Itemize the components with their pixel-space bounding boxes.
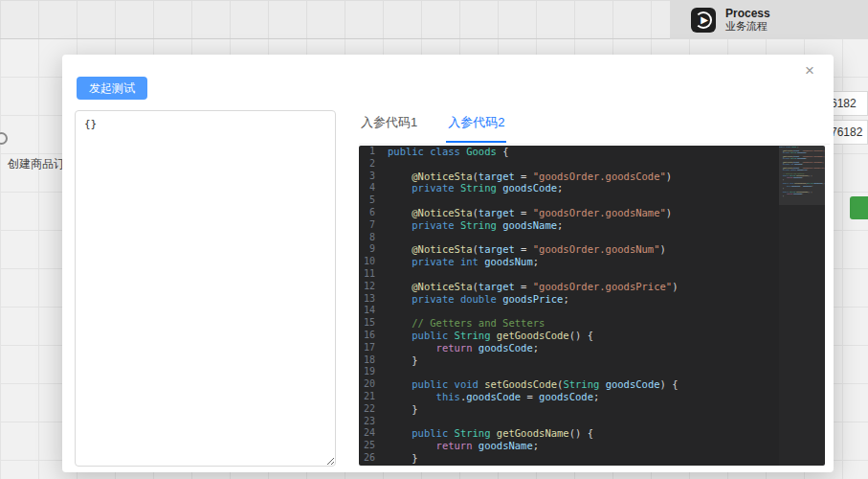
tab-input-code-1[interactable]: 入参代码1 — [359, 110, 419, 141]
close-icon[interactable]: × — [799, 60, 820, 81]
code-tabs: 入参代码1 入参代码2 — [359, 110, 830, 145]
process-header: ▶ Process 业务流程 — [670, 0, 868, 39]
code-editor[interactable]: 1public class Goods {23 @NoticeSta(targe… — [359, 146, 825, 466]
params-input[interactable]: {} — [75, 110, 336, 467]
initiate-test-button[interactable]: 发起测试 — [77, 77, 147, 100]
tab-input-code-2[interactable]: 入参代码2 — [446, 110, 506, 143]
editor-minimap[interactable]: public class Goods { @NoticeSta(target =… — [779, 146, 825, 466]
process-logo-icon: ▶ — [691, 8, 716, 33]
process-subtitle: 业务流程 — [725, 20, 770, 33]
test-dialog: × 发起测试 {} 入参代码1 入参代码2 1public class Good… — [62, 55, 834, 472]
node-port-icon — [0, 132, 8, 145]
process-title: Process — [725, 7, 770, 20]
code-lines: 1public class Goods {23 @NoticeSta(targe… — [359, 146, 825, 465]
partial-green-button[interactable] — [850, 196, 868, 219]
